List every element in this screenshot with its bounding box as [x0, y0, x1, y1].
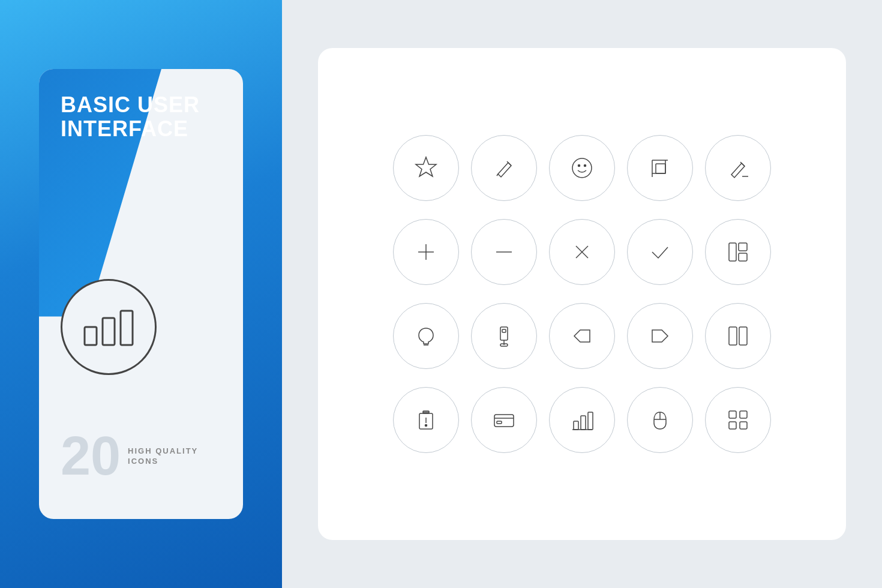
- close-x-icon[interactable]: [549, 219, 615, 285]
- svg-rect-37: [497, 421, 502, 424]
- svg-marker-27: [652, 330, 668, 342]
- back-arrow-icon[interactable]: [549, 303, 615, 369]
- svg-marker-26: [574, 330, 590, 342]
- icon-grid: [393, 135, 771, 453]
- svg-rect-19: [729, 243, 736, 261]
- layout-grid-icon[interactable]: [705, 219, 771, 285]
- svg-point-34: [425, 425, 427, 427]
- minus-icon[interactable]: [471, 219, 537, 285]
- edit-pencil-icon[interactable]: [471, 135, 537, 201]
- svg-rect-46: [729, 422, 736, 429]
- svg-rect-11: [656, 164, 665, 173]
- svg-rect-47: [740, 422, 747, 429]
- svg-rect-24: [502, 329, 506, 332]
- lightbulb-icon[interactable]: [393, 303, 459, 369]
- main-icon-wrap: [61, 279, 157, 375]
- svg-rect-1: [103, 318, 115, 345]
- svg-rect-40: [588, 412, 593, 430]
- svg-rect-29: [739, 327, 747, 345]
- left-panel: BASIC USER INTERFACE 20 HIGH QUALITY ICO…: [0, 0, 282, 588]
- mouse-icon[interactable]: [627, 387, 693, 453]
- face-smile-icon[interactable]: [549, 135, 615, 201]
- star-icon[interactable]: [393, 135, 459, 201]
- svg-rect-0: [85, 327, 97, 345]
- usb-icon[interactable]: [471, 303, 537, 369]
- crop-icon[interactable]: [627, 135, 693, 201]
- check-icon[interactable]: [627, 219, 693, 285]
- edit-minus-icon[interactable]: [705, 135, 771, 201]
- svg-rect-39: [581, 416, 586, 430]
- svg-point-7: [578, 165, 580, 167]
- svg-marker-3: [416, 157, 436, 176]
- icon-grid-card: [318, 48, 846, 540]
- svg-point-6: [572, 158, 592, 178]
- forward-arrow-icon[interactable]: [627, 303, 693, 369]
- svg-rect-21: [739, 253, 747, 261]
- grid-dots-icon[interactable]: [705, 387, 771, 453]
- layout-half-icon[interactable]: [705, 303, 771, 369]
- svg-rect-45: [740, 411, 747, 418]
- svg-rect-28: [729, 327, 737, 345]
- bar-chart-preview-icon: [82, 306, 136, 348]
- right-panel: [282, 0, 882, 588]
- title-block: BASIC USER INTERFACE: [61, 93, 200, 140]
- svg-line-5: [497, 174, 498, 176]
- bar-chart-icon[interactable]: [549, 387, 615, 453]
- quality-text-block: HIGH QUALITY ICONS: [128, 446, 198, 466]
- title-line2: INTERFACE: [61, 117, 200, 141]
- bottom-text: 20 HIGH QUALITY ICONS: [61, 429, 198, 483]
- svg-rect-35: [494, 415, 514, 427]
- svg-rect-20: [739, 243, 747, 251]
- credit-card-icon[interactable]: [471, 387, 537, 453]
- info-card: BASIC USER INTERFACE 20 HIGH QUALITY ICO…: [39, 69, 243, 519]
- svg-rect-2: [121, 311, 133, 345]
- svg-rect-38: [574, 421, 578, 430]
- title-line1: BASIC USER: [61, 93, 200, 117]
- quality-line1: HIGH QUALITY: [128, 446, 198, 455]
- main-icon-circle: [61, 279, 157, 375]
- number-20: 20: [61, 429, 121, 483]
- plus-icon[interactable]: [393, 219, 459, 285]
- quality-line2: ICONS: [128, 457, 198, 466]
- svg-rect-44: [729, 411, 736, 418]
- svg-point-8: [584, 165, 586, 167]
- clipboard-alert-icon[interactable]: [393, 387, 459, 453]
